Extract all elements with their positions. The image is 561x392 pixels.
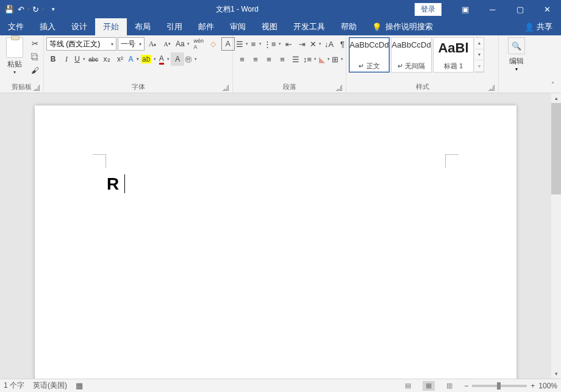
subscript-button[interactable]: x₂ [100, 52, 113, 66]
word-count[interactable]: 1 个字 [4, 380, 24, 391]
share-button[interactable]: 👤共享 [516, 18, 561, 35]
superscript-button[interactable]: x² [113, 52, 127, 66]
align-left-button[interactable]: ≡ [235, 52, 249, 66]
clipboard-launcher[interactable] [34, 85, 40, 91]
decrease-indent-button[interactable]: ⇤ [282, 37, 296, 51]
ribbon-display-options[interactable]: ▣ [451, 0, 479, 18]
text-cursor [120, 174, 125, 193]
editing-label: 编辑 [509, 56, 524, 66]
clear-formatting-button[interactable]: ◇ [207, 37, 220, 51]
find-button[interactable]: 🔍 [508, 37, 525, 54]
zoom-slider[interactable] [472, 385, 527, 387]
distributed-button[interactable]: ☰ [289, 52, 302, 66]
format-painter-button[interactable]: 🖌 [29, 64, 41, 76]
tab-view[interactable]: 视图 [254, 18, 285, 35]
paste-button[interactable]: 粘贴 ▾ [2, 37, 27, 75]
redo-button[interactable]: ↻ [32, 2, 45, 16]
status-bar: 1 个字 英语(美国) ▦ ▤ ▦ ▥ − + 100% [0, 379, 561, 392]
login-button[interactable]: 登录 [415, 3, 441, 16]
maximize-button[interactable]: ▢ [506, 0, 534, 18]
styles-scroll-up[interactable]: ▴ [475, 38, 484, 49]
web-layout-button[interactable]: ▥ [443, 381, 456, 391]
zoom-in-button[interactable]: + [531, 382, 535, 390]
borders-button[interactable]: ⊞ [331, 52, 345, 66]
styles-launcher[interactable] [488, 85, 495, 91]
style-no-spacing[interactable]: AaBbCcDd ↵ 无间隔 [391, 37, 432, 73]
document-text[interactable]: R [107, 174, 125, 194]
tab-references[interactable]: 引用 [159, 18, 190, 35]
italic-button[interactable]: I [60, 52, 73, 66]
justify-button[interactable]: ≡ [276, 52, 289, 66]
collapse-ribbon-button[interactable]: ˄ [548, 79, 557, 89]
align-center-button[interactable]: ≡ [249, 52, 262, 66]
tab-home[interactable]: 开始 [95, 18, 127, 35]
page[interactable]: R [35, 105, 516, 379]
style-heading1[interactable]: AaBl 标题 1 [433, 37, 474, 73]
tab-file[interactable]: 文件 [0, 18, 32, 35]
font-name-select[interactable]: 等线 (西文正文) [46, 37, 116, 51]
multilevel-list-button[interactable]: ⋮≡ [263, 37, 282, 51]
styles-scroll-down[interactable]: ▾ [475, 49, 484, 61]
scroll-thumb[interactable] [551, 103, 561, 194]
paragraph-launcher[interactable] [336, 85, 342, 91]
vertical-scrollbar[interactable]: ▴ ▾ [551, 93, 561, 379]
font-launcher[interactable] [223, 85, 229, 91]
style-preview: AaBbCcDd [391, 40, 431, 49]
tell-me-search[interactable]: 💡操作说明搜索 [365, 18, 440, 35]
read-mode-button[interactable]: ▤ [402, 381, 414, 391]
tell-me-label: 操作说明搜索 [385, 21, 433, 32]
style-normal[interactable]: AaBbCcDd ↵ 正文 [349, 37, 390, 73]
language-indicator[interactable]: 英语(美国) [33, 380, 67, 391]
bullets-button[interactable]: ☰ [235, 37, 249, 51]
qat-customize[interactable]: ▾ [46, 2, 60, 16]
font-size-select[interactable]: 一号 [118, 37, 145, 51]
change-case-button[interactable]: Aa [175, 37, 191, 51]
tab-review[interactable]: 审阅 [222, 18, 254, 35]
asian-layout-button[interactable]: ✕ [309, 37, 323, 51]
zoom-level[interactable]: 100% [538, 382, 557, 390]
margin-mark-tl [93, 154, 106, 168]
line-spacing-button[interactable]: ↕≡ [302, 52, 318, 66]
margin-mark-tr [445, 154, 459, 168]
phonetic-guide-button[interactable]: wénA [192, 37, 205, 51]
scroll-down-button[interactable]: ▾ [551, 369, 561, 379]
save-icon[interactable]: 💾 [2, 2, 16, 16]
sort-button[interactable]: ↓A [323, 37, 336, 51]
highlight-button[interactable]: ab [140, 52, 157, 66]
copy-button[interactable]: ⿻ [29, 51, 41, 63]
styles-scroll: ▴ ▾ ▿ [475, 37, 484, 73]
shading-button[interactable]: ◣ [318, 52, 331, 66]
style-name: 标题 1 [444, 62, 463, 71]
ribbon-tabs: 文件 插入 设计 开始 布局 引用 邮件 审阅 视图 开发工具 帮助 💡操作说明… [0, 18, 561, 35]
tab-design[interactable]: 设计 [63, 18, 95, 35]
minimize-button[interactable]: ─ [479, 0, 506, 18]
style-name: ↵ 正文 [359, 62, 379, 71]
ribbon: 粘贴 ▾ ✂ ⿻ 🖌 剪贴板 等线 (西文正文) 一号 A▴ A▾ Aa wén… [0, 35, 561, 93]
increase-indent-button[interactable]: ⇥ [296, 37, 309, 51]
scroll-up-button[interactable]: ▴ [551, 93, 561, 103]
enclose-characters-button[interactable]: ㊕ [184, 52, 198, 66]
strikethrough-button[interactable]: abc [87, 52, 100, 66]
text-effects-button[interactable]: A [127, 52, 140, 66]
macro-recording-icon[interactable]: ▦ [76, 382, 83, 390]
styles-expand[interactable]: ▿ [475, 60, 484, 72]
tab-help[interactable]: 帮助 [333, 18, 365, 35]
zoom-out-button[interactable]: − [464, 382, 468, 390]
grow-font-button[interactable]: A▴ [146, 37, 159, 51]
cut-button[interactable]: ✂ [29, 37, 41, 49]
close-button[interactable]: ✕ [534, 0, 561, 18]
character-shading-button[interactable]: A [171, 52, 184, 66]
shrink-font-button[interactable]: A▾ [160, 37, 174, 51]
font-color-button[interactable]: A [157, 52, 171, 66]
tab-developer[interactable]: 开发工具 [285, 18, 333, 35]
bold-button[interactable]: B [46, 52, 60, 66]
tab-insert[interactable]: 插入 [32, 18, 63, 35]
underline-button[interactable]: U [73, 52, 87, 66]
undo-button[interactable]: ↶ [17, 2, 30, 16]
align-right-button[interactable]: ≡ [262, 52, 276, 66]
tab-layout[interactable]: 布局 [127, 18, 159, 35]
print-layout-button[interactable]: ▦ [423, 381, 435, 391]
tab-mailings[interactable]: 邮件 [190, 18, 222, 35]
numbering-button[interactable]: ≡ [249, 37, 263, 51]
title-bar: 💾 ↶ ↻ ▾ 文档1 - Word 登录 ▣ ─ ▢ ✕ [0, 0, 561, 18]
